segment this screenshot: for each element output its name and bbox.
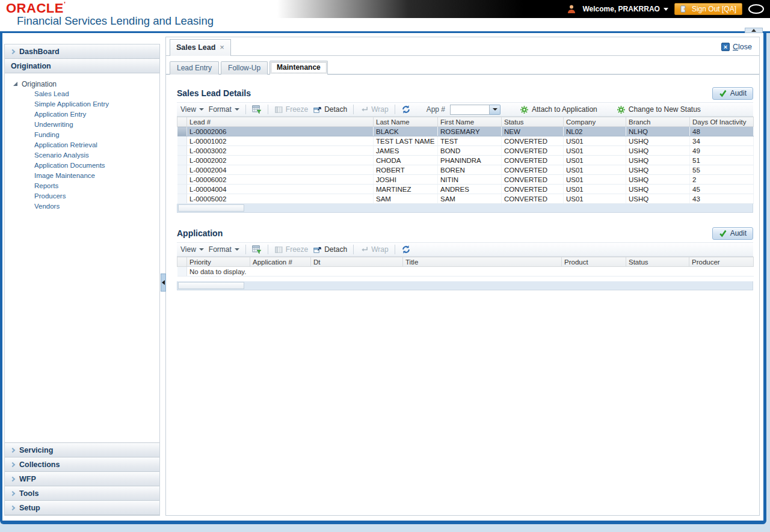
cell-last-name[interactable]: BLACK [374, 127, 438, 136]
sales-table-hscrollbar[interactable] [177, 204, 753, 213]
cell-branch[interactable]: USHQ [626, 146, 690, 156]
combobox-dropdown-button[interactable] [490, 105, 500, 115]
tree-item-scenario-analysis[interactable]: Scenario Analysis [8, 150, 156, 161]
row-selector-cell[interactable] [177, 156, 187, 165]
table-row[interactable]: L-00004004MARTINEZANDRESCONVERTEDUS01USH… [177, 185, 754, 194]
welcome-user-menu[interactable]: Welcome, PRAKRRAO [582, 5, 668, 13]
column-header-priority[interactable]: Priority [187, 257, 250, 267]
close-button[interactable]: × Close [721, 43, 752, 51]
row-selector-cell[interactable] [177, 185, 187, 194]
scrollbar-thumb[interactable] [178, 204, 244, 212]
cell-lead[interactable]: L-00001002 [187, 136, 374, 146]
cell-company[interactable]: US01 [564, 165, 626, 175]
sidebar-section-wfp[interactable]: WFP [5, 472, 159, 486]
oval-indicator-icon[interactable] [748, 4, 764, 14]
cell-branch[interactable]: USHQ [626, 175, 690, 185]
tree-item-vendors[interactable]: Vendors [8, 201, 156, 212]
column-header-lead[interactable]: Lead # [187, 117, 374, 127]
cell-lead[interactable]: L-00005002 [187, 194, 374, 204]
table-row[interactable]: L-00003002JAMESBONDCONVERTEDUS01USHQ49 [177, 146, 754, 156]
detach-button[interactable]: Detach [313, 105, 347, 114]
freeze-button[interactable]: Freeze [274, 105, 308, 114]
cell-first-name[interactable]: PHANINDRA [438, 156, 502, 165]
cell-company[interactable]: US01 [564, 136, 626, 146]
detach-button[interactable]: Detach [313, 245, 347, 254]
export-to-excel-icon[interactable] [252, 245, 262, 254]
cell-lead[interactable]: L-00002002 [187, 156, 374, 165]
tree-item-application-entry[interactable]: Application Entry [8, 109, 156, 120]
application-table-hscrollbar[interactable] [177, 281, 753, 290]
cell-branch[interactable]: USHQ [626, 185, 690, 194]
cell-lead[interactable]: L-00003002 [187, 146, 374, 156]
sidebar-section-tools[interactable]: Tools [5, 486, 159, 501]
cell-company[interactable]: US01 [564, 185, 626, 194]
cell-last-name[interactable]: JAMES [374, 146, 438, 156]
row-selector-cell[interactable] [177, 127, 187, 136]
tab-follow-up[interactable]: Follow-Up [221, 61, 268, 75]
sidebar-section-dashboard[interactable]: DashBoard [5, 44, 159, 59]
cell-days-of-inactivity[interactable]: 51 [690, 156, 754, 165]
tree-item-sales-lead[interactable]: Sales Lead [8, 89, 156, 99]
sidebar-section-origination[interactable]: Origination [5, 59, 159, 73]
tree-item-image-maintenance[interactable]: Image Maintenance [8, 171, 156, 181]
row-selector-cell[interactable] [177, 165, 187, 175]
table-row[interactable]: L-00002004ROBERTBORENCONVERTEDUS01USHQ55 [177, 165, 754, 175]
sales-audit-button[interactable]: Audit [712, 87, 753, 100]
application-audit-button[interactable]: Audit [712, 227, 753, 240]
cell-last-name[interactable]: TEST LAST NAME [374, 136, 438, 146]
app-number-input[interactable] [450, 105, 490, 115]
export-to-excel-icon[interactable] [252, 105, 262, 114]
table-row[interactable]: L-00006002JOSHINITINCONVERTEDUS01USHQ2 [177, 175, 754, 185]
row-selector-cell[interactable] [177, 136, 187, 146]
cell-status[interactable]: CONVERTED [502, 185, 564, 194]
cell-status[interactable]: CONVERTED [502, 146, 564, 156]
tree-item-reports[interactable]: Reports [8, 181, 156, 191]
cell-lead[interactable]: L-00002004 [187, 165, 374, 175]
tree-expanded-icon[interactable] [13, 82, 17, 86]
column-header-dt[interactable]: Dt [311, 257, 403, 267]
column-header-producer[interactable]: Producer [689, 257, 754, 267]
cell-last-name[interactable]: JOSHI [374, 175, 438, 185]
sidebar-section-servicing[interactable]: Servicing [5, 443, 159, 457]
cell-lead[interactable]: L-00006002 [187, 175, 374, 185]
refresh-icon[interactable] [401, 245, 411, 254]
freeze-button[interactable]: Freeze [274, 245, 308, 254]
column-header-branch[interactable]: Branch [626, 117, 690, 127]
cell-status[interactable]: CONVERTED [502, 165, 564, 175]
sidebar-section-setup[interactable]: Setup [5, 501, 159, 515]
column-header-days-of-inactivity[interactable]: Days Of Inactivity [690, 117, 754, 127]
column-header-last-name[interactable]: Last Name [374, 117, 438, 127]
cell-lead[interactable]: L-00004004 [187, 185, 374, 194]
doc-tab-sales-lead[interactable]: Sales Lead × [170, 39, 231, 56]
tree-root-origination[interactable]: Origination [8, 79, 156, 89]
cell-last-name[interactable]: CHODA [374, 156, 438, 165]
cell-company[interactable]: US01 [564, 175, 626, 185]
tree-item-underwriting[interactable]: Underwriting [8, 120, 156, 130]
cell-branch[interactable]: USHQ [626, 165, 690, 175]
table-row[interactable]: L-00002006BLACKROSEMARYNEWNL02NLHQ48 [177, 127, 754, 136]
tree-item-application-documents[interactable]: Application Documents [8, 161, 156, 171]
cell-first-name[interactable]: SAM [438, 194, 502, 204]
column-header-company[interactable]: Company [564, 117, 626, 127]
row-selector-cell[interactable] [177, 146, 187, 156]
row-selector-header[interactable] [177, 257, 187, 267]
sign-out-button[interactable]: Sign Out [QA] [674, 3, 742, 15]
view-menu[interactable]: View [180, 105, 204, 114]
scrollbar-thumb[interactable] [178, 282, 244, 289]
tree-item-funding[interactable]: Funding [8, 130, 156, 140]
table-row[interactable]: L-00002002CHODAPHANINDRACONVERTEDUS01USH… [177, 156, 754, 165]
column-header-title[interactable]: Title [403, 257, 562, 267]
cell-company[interactable]: NL02 [564, 127, 626, 136]
cell-branch[interactable]: USHQ [626, 156, 690, 165]
tree-item-application-retrieval[interactable]: Application Retrieval [8, 140, 156, 150]
cell-last-name[interactable]: MARTINEZ [374, 185, 438, 194]
tree-item-producers[interactable]: Producers [8, 191, 156, 201]
table-row[interactable]: L-00005002SAMSAMCONVERTEDUS01USHQ43 [177, 194, 754, 204]
row-selector-header[interactable] [177, 117, 187, 127]
tree-item-simple-application-entry[interactable]: Simple Application Entry [8, 99, 156, 109]
cell-first-name[interactable]: ANDRES [438, 185, 502, 194]
cell-status[interactable]: CONVERTED [502, 194, 564, 204]
cell-days-of-inactivity[interactable]: 55 [690, 165, 754, 175]
sidebar-section-collections[interactable]: Collections [5, 457, 159, 472]
refresh-icon[interactable] [401, 105, 411, 114]
